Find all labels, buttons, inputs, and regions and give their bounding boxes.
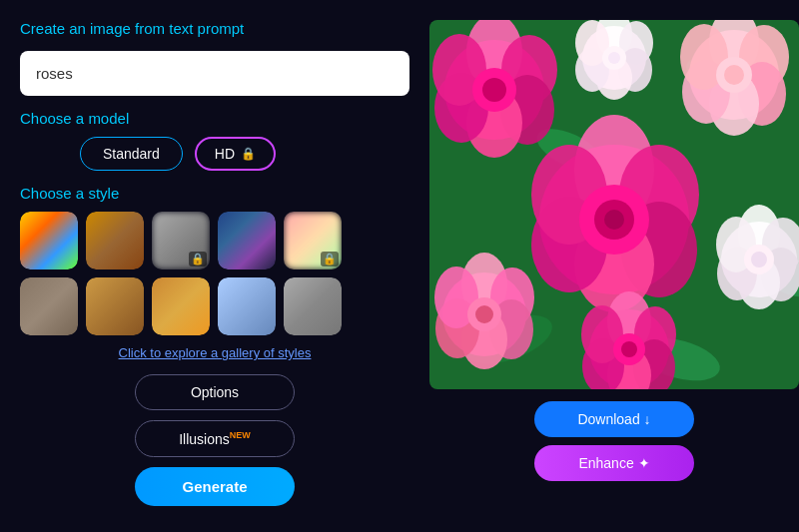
roses-image bbox=[429, 20, 799, 389]
style-thumb-1[interactable] bbox=[20, 212, 78, 269]
illusions-label: Illusions bbox=[179, 431, 230, 447]
enhance-button[interactable]: Enhance ✦ bbox=[534, 445, 694, 481]
model-label: Choose a model bbox=[20, 110, 409, 127]
left-panel: Create an image from text prompt Choose … bbox=[20, 20, 409, 512]
prompt-label: Create an image from text prompt bbox=[20, 20, 409, 37]
download-label: Download ↓ bbox=[577, 411, 650, 427]
explore-gallery-link[interactable]: Click to explore a gallery of styles bbox=[20, 345, 409, 360]
model-buttons: Standard HD 🔒 bbox=[20, 137, 409, 171]
standard-model-button[interactable]: Standard bbox=[80, 137, 183, 171]
svg-point-26 bbox=[482, 78, 506, 102]
main-container: Create an image from text prompt Choose … bbox=[0, 0, 799, 532]
style-thumb-7[interactable] bbox=[86, 277, 144, 335]
style-thumb-2[interactable] bbox=[86, 212, 144, 269]
generated-image-container bbox=[429, 20, 799, 389]
svg-point-35 bbox=[724, 65, 744, 85]
lock-icon: 🔒 bbox=[241, 147, 256, 161]
illusions-button[interactable]: IllusionsNEW bbox=[135, 420, 295, 457]
prompt-input[interactable] bbox=[20, 51, 409, 96]
right-panel: Download ↓ Enhance ✦ bbox=[429, 20, 799, 512]
style-thumb-6[interactable] bbox=[20, 277, 78, 335]
model-section: Choose a model Standard HD 🔒 bbox=[20, 110, 409, 171]
svg-point-44 bbox=[475, 305, 493, 323]
new-badge: NEW bbox=[230, 430, 251, 440]
options-button[interactable]: Options bbox=[135, 374, 295, 410]
svg-point-53 bbox=[751, 252, 767, 267]
style-section: Choose a style bbox=[20, 185, 409, 360]
download-button[interactable]: Download ↓ bbox=[534, 401, 694, 437]
svg-point-17 bbox=[604, 210, 624, 230]
style-label: Choose a style bbox=[20, 185, 409, 202]
style-thumb-3[interactable] bbox=[152, 212, 210, 269]
hd-label: HD bbox=[215, 146, 235, 162]
svg-point-62 bbox=[621, 341, 637, 357]
style-thumb-8[interactable] bbox=[152, 277, 210, 335]
image-buttons: Download ↓ Enhance ✦ bbox=[429, 401, 799, 481]
action-buttons: Options IllusionsNEW Generate bbox=[20, 374, 409, 506]
generate-button[interactable]: Generate bbox=[135, 467, 295, 506]
hd-model-button[interactable]: HD 🔒 bbox=[195, 137, 276, 171]
style-thumb-9[interactable] bbox=[218, 277, 276, 335]
svg-point-71 bbox=[608, 52, 620, 64]
enhance-label: Enhance ✦ bbox=[578, 455, 649, 471]
style-thumb-4[interactable] bbox=[218, 212, 276, 269]
style-thumb-10[interactable] bbox=[284, 277, 342, 335]
style-thumb-5[interactable] bbox=[284, 212, 342, 269]
style-grid bbox=[20, 212, 409, 335]
